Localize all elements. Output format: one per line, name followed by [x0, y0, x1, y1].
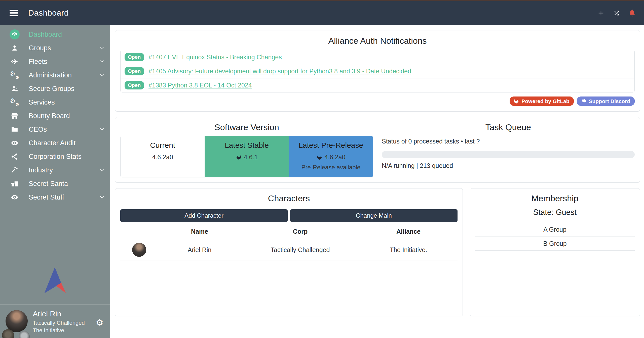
user-icon [9, 44, 20, 52]
sidebar-item-corporation-stats[interactable]: Corporation Stats [0, 150, 110, 163]
version-cell-prerelease: Latest Pre-Release 4.6.2a0 Pre-Release a… [289, 136, 373, 177]
alliance-logo [19, 331, 30, 338]
version-cell-stable: Latest Stable 4.6.1 [205, 136, 289, 177]
task-queue-progressbar [382, 151, 635, 158]
characters-panel: Characters Add Character Change Main Nam… [115, 188, 463, 316]
sidebar-item-secret-stuff[interactable]: Secret Stuff [0, 190, 110, 204]
notifications-title: Alliance Auth Notifications [120, 36, 635, 46]
column-name: Name [158, 228, 241, 235]
sidebar-item-administration[interactable]: ⚙⚙ Administration [0, 68, 110, 82]
sidebar-item-label: Industry [29, 166, 53, 174]
membership-state: State: Guest [475, 208, 635, 217]
software-version-title: Software Version [120, 122, 373, 132]
sidebar-item-label: Administration [29, 71, 72, 79]
task-queue-status: Status of 0 processed tasks • last ? [382, 138, 635, 145]
shuffle-icon[interactable] [612, 9, 621, 17]
group-list: A Group B Group [475, 222, 635, 251]
gear-icon[interactable]: ⚙ [96, 318, 103, 327]
page-title: Dashboard [28, 8, 69, 18]
sidebar-item-label: CEOs [29, 126, 47, 133]
sidebar-item-label: Fleets [29, 58, 47, 66]
sidebar-item-label: Secret Santa [29, 180, 68, 188]
chevron-down-icon [99, 167, 105, 173]
notification-link[interactable]: #1383 Python 3.8 EOL - 14 Oct 2024 [148, 82, 252, 89]
version-cell-current: Current 4.6.2a0 [121, 136, 205, 177]
chevron-down-icon [99, 194, 105, 200]
status-badge: Open [125, 81, 144, 89]
sidebar: Dashboard Groups Fleets ⚙⚙ Administratio… [0, 25, 110, 338]
character-corp: Tactically Challenged [241, 246, 359, 254]
characters-table-header: Name Corp Alliance [120, 225, 458, 239]
sidebar-item-dashboard[interactable]: Dashboard [0, 28, 110, 41]
sidebar-item-label: Character Audit [29, 139, 75, 147]
stable-version: 4.6.1 [244, 154, 258, 161]
sidebar-item-label: Bounty Board [29, 112, 70, 120]
share-icon [9, 153, 20, 160]
notification-row: Open #1383 Python 3.8 EOL - 14 Oct 2024 [121, 78, 634, 92]
sidebar-item-label: Secure Groups [29, 85, 74, 93]
sidebar-divider [0, 304, 110, 305]
sidebar-item-secure-groups[interactable]: Secure Groups [0, 82, 110, 95]
tachometer-icon [10, 29, 20, 39]
change-main-button[interactable]: Change Main [290, 209, 458, 222]
sidebar-item-secret-santa[interactable]: Secret Santa [0, 177, 110, 190]
notification-row: Open #1407 EVE Equinox Status - Breaking… [121, 50, 634, 64]
task-queue-summary: N/A running | 213 queued [382, 162, 635, 169]
sidebar-item-ceos[interactable]: CEOs [0, 123, 110, 136]
version-strip: Current 4.6.2a0 Latest Stable 4.6.1 Late… [120, 136, 373, 177]
prerelease-version: 4.6.2a0 [324, 154, 345, 161]
gifts-icon [9, 180, 20, 187]
sidebar-item-groups[interactable]: Groups [0, 41, 110, 55]
chevron-down-icon [99, 45, 105, 51]
sidebar-item-character-audit[interactable]: Character Audit [0, 136, 110, 150]
cogs-icon: ⚙⚙ [9, 71, 20, 79]
gitlab-icon [316, 154, 322, 160]
user-alliance: The Initiative. [33, 327, 66, 334]
status-panel: Software Version Current 4.6.2a0 Latest … [115, 117, 640, 183]
avatar [6, 310, 28, 332]
add-character-button[interactable]: Add Character [120, 209, 288, 222]
menu-icon[interactable] [10, 10, 18, 16]
support-discord-badge[interactable]: Support Discord [577, 96, 635, 106]
sidebar-item-label: Dashboard [29, 31, 62, 38]
eye-icon [9, 139, 20, 147]
sidebar-item-industry[interactable]: Industry [0, 163, 110, 177]
powered-by-gitlab-badge[interactable]: Powered by GitLab [510, 96, 574, 106]
sidebar-item-label: Services [29, 99, 55, 106]
task-queue-section: Task Queue Status of 0 processed tasks •… [382, 122, 635, 177]
current-version: 4.6.2a0 [152, 154, 173, 161]
user-name: Ariel Rin [33, 310, 61, 318]
software-version-section: Software Version Current 4.6.2a0 Latest … [120, 122, 373, 177]
top-navbar: Dashboard [0, 1, 644, 25]
list-item: A Group [475, 222, 635, 236]
notification-link[interactable]: #1405 Advisory: Future development will … [148, 68, 411, 75]
notification-link[interactable]: #1407 EVE Equinox Status - Breaking Chan… [148, 54, 282, 61]
characters-title: Characters [120, 194, 458, 203]
user-lock-icon [9, 85, 20, 92]
gitlab-icon [513, 98, 519, 104]
column-corp: Corp [241, 228, 359, 235]
character-alliance: The Initiative. [359, 246, 458, 254]
badge-label: Support Discord [589, 98, 630, 104]
fighter-jet-icon [9, 58, 20, 65]
plus-icon[interactable] [597, 9, 605, 17]
sidebar-item-services[interactable]: ⚙⚙ Services [0, 95, 110, 109]
sidebar-item-bounty-board[interactable]: Bounty Board [0, 109, 110, 123]
alliance-auth-logo [0, 266, 110, 296]
sidebar-item-label: Corporation Stats [29, 153, 82, 161]
main-content: Alliance Auth Notifications Open #1407 E… [110, 25, 644, 338]
cogs-icon: ⚙⚙ [9, 98, 20, 107]
hammer-icon [9, 166, 20, 174]
bell-icon[interactable] [628, 9, 636, 17]
membership-title: Membership [475, 194, 635, 203]
eye-icon [9, 194, 20, 201]
chevron-down-icon [99, 126, 105, 132]
character-name: Ariel Rin [158, 246, 241, 254]
task-queue-title: Task Queue [382, 122, 635, 132]
list-item: B Group [475, 236, 635, 251]
gitlab-icon [236, 154, 242, 160]
chevron-down-icon [99, 59, 105, 65]
membership-panel: Membership State: Guest A Group B Group [470, 188, 640, 316]
sidebar-item-fleets[interactable]: Fleets [0, 55, 110, 68]
status-badge: Open [125, 67, 144, 75]
